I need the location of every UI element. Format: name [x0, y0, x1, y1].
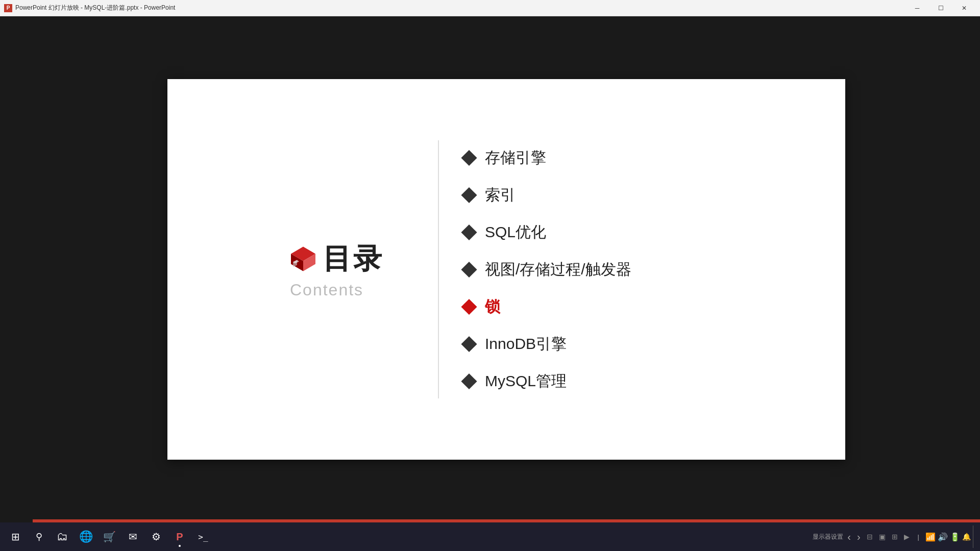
search-button[interactable]: ⚲ — [28, 525, 50, 548]
bullet-diamond-icon — [461, 373, 477, 389]
display-settings-label[interactable]: 显示器设置 — [813, 533, 843, 541]
title-bar: P PowerPoint 幻灯片放映 - MySQL-进阶篇.pptx - Po… — [0, 0, 980, 16]
list-item: 视图/存储过程/触发器 — [463, 259, 631, 280]
list-item: 存储引擎 — [463, 147, 631, 168]
view-sort-icon[interactable]: ⊞ — [890, 533, 900, 541]
list-item-text: 锁 — [485, 296, 500, 317]
bullet-diamond-icon — [461, 224, 477, 240]
volume-icon: 🔊 — [938, 532, 948, 542]
taskbar-left: ⊞ ⚲ 🗂 🌐 🛒 ✉ ⚙ P >_ — [4, 525, 214, 548]
list-item-text: MySQL管理 — [485, 371, 567, 392]
mail-button[interactable]: ✉ — [121, 525, 144, 548]
slide-subtitle: Contents — [290, 281, 363, 299]
divider — [438, 140, 439, 398]
start-button[interactable]: ⊞ — [4, 525, 27, 548]
list-item: 锁 — [463, 296, 631, 317]
file-explorer-button[interactable]: 🗂 — [51, 525, 74, 548]
title-bar-left: P PowerPoint 幻灯片放映 - MySQL-进阶篇.pptx - Po… — [4, 4, 175, 12]
list-item-text: 存储引擎 — [485, 147, 546, 168]
powerpoint-button[interactable]: P — [168, 525, 191, 548]
bullet-diamond-icon — [461, 298, 477, 314]
slide-container: 目录 Contents 存储引擎索引SQL优化视图/存储过程/触发器锁InnoD… — [33, 16, 980, 522]
taskbar-spacer: | — [914, 533, 923, 541]
restore-button[interactable]: ☐ — [929, 0, 952, 16]
bullet-diamond-icon — [461, 149, 477, 165]
left-panel: 目录 Contents — [290, 240, 384, 299]
list-item-text: InnoDB引擎 — [485, 334, 567, 355]
list-item: InnoDB引擎 — [463, 334, 631, 355]
window-title: PowerPoint 幻灯片放映 - MySQL-进阶篇.pptx - Powe… — [15, 4, 175, 12]
nav-prev-btn[interactable]: ‹ — [845, 531, 853, 543]
edge-button[interactable]: 🌐 — [75, 525, 97, 548]
close-button[interactable]: ✕ — [952, 0, 976, 16]
terminal-button[interactable]: >_ — [192, 525, 214, 548]
notification-icon[interactable]: 🔔 — [962, 533, 971, 541]
list-item-text: 视图/存储过程/触发器 — [485, 259, 631, 280]
cube-icon — [290, 246, 316, 272]
bullet-diamond-icon — [461, 261, 477, 277]
list-item: MySQL管理 — [463, 371, 631, 392]
content-list: 存储引擎索引SQL优化视图/存储过程/触发器锁InnoDB引擎MySQL管理 — [463, 147, 631, 392]
system-tray: 显示器设置 ‹ › ⊟ ▣ ⊞ ▶ | 📶 🔊 🔋 🔔 — [813, 525, 976, 548]
view-slide-icon[interactable]: ▣ — [877, 533, 888, 541]
logo-title-row: 目录 — [290, 240, 384, 279]
nav-next-btn[interactable]: › — [855, 531, 863, 543]
list-item-text: 索引 — [485, 185, 516, 206]
bullet-diamond-icon — [461, 336, 477, 352]
battery-icon: 🔋 — [950, 532, 960, 542]
powerpoint-app-icon: P — [4, 4, 12, 12]
taskbar-apps: ⊞ ⚲ 🗂 🌐 🛒 ✉ ⚙ P >_ — [4, 525, 214, 548]
view-present-icon[interactable]: ▶ — [902, 533, 912, 541]
list-item: SQL优化 — [463, 222, 631, 243]
store-button[interactable]: 🛒 — [98, 525, 120, 548]
bullet-diamond-icon — [461, 187, 477, 203]
view-normal-icon[interactable]: ⊟ — [865, 533, 875, 541]
slide-title: 目录 — [323, 240, 384, 279]
minimize-button[interactable]: ─ — [905, 0, 929, 16]
taskbar: ⊞ ⚲ 🗂 🌐 🛒 ✉ ⚙ P >_ 显示器设置 ‹ › ⊟ ▣ ⊞ ▶ | 📶… — [0, 522, 980, 551]
list-item-text: SQL优化 — [485, 222, 546, 243]
network-icon: 📶 — [925, 532, 936, 542]
list-item: 索引 — [463, 185, 631, 206]
settings-button[interactable]: ⚙ — [145, 525, 167, 548]
window-controls: ─ ☐ ✕ — [905, 0, 976, 16]
show-desktop-btn[interactable] — [973, 525, 976, 548]
left-sidebar — [0, 16, 33, 522]
slide: 目录 Contents 存储引擎索引SQL优化视图/存储过程/触发器锁InnoD… — [167, 79, 845, 460]
